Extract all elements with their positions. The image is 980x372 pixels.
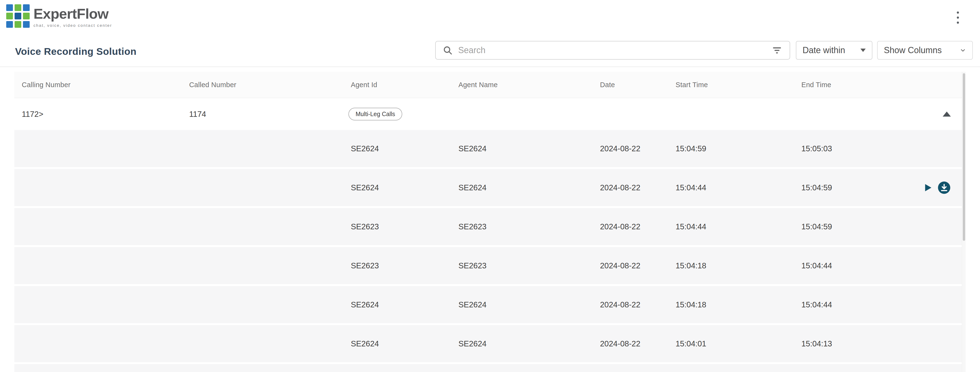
cell-start-time: 15:04:18 <box>668 261 794 270</box>
logo-tagline: chat, voice, video contact center <box>33 23 112 28</box>
cell-date: 2024-08-22 <box>593 222 668 231</box>
cell-date: 2024-08-22 <box>593 261 668 270</box>
search-icon <box>442 45 453 56</box>
cell-agent-name: SE2623 <box>451 261 593 270</box>
cell-agent-name: SE2623 <box>451 222 593 231</box>
call-record-row: SE2624 SE2624 2024-08-22 15:04:44 15:04:… <box>14 169 962 208</box>
collapse-row-icon[interactable] <box>943 112 951 117</box>
download-icon <box>937 181 951 195</box>
vertical-scrollbar-thumb[interactable] <box>963 73 965 241</box>
search-box <box>435 41 790 60</box>
cell-agent-id: SE2623 <box>344 222 451 231</box>
date-within-select[interactable]: Date within <box>796 41 872 60</box>
column-header-agent-id: Agent Id <box>344 81 451 89</box>
play-recording-button[interactable] <box>922 182 934 194</box>
cell-start-time: 15:04:18 <box>668 300 794 309</box>
column-header-called-number: Called Number <box>182 81 344 89</box>
cell-agent-name: SE2624 <box>451 300 593 309</box>
logo-wordmark: ExpertFlow <box>33 7 112 21</box>
row-actions <box>905 181 962 195</box>
call-record-row: SE2624 SE2624 2024-08-22 15:04:59 15:05:… <box>14 130 962 169</box>
call-record-row: SE2624 SE2624 2024-08-22 15:04:18 15:04:… <box>14 286 962 325</box>
cell-end-time: 15:04:13 <box>794 339 905 348</box>
call-record-row: SE2624 SE2624 2024-08-22 15:04:01 15:04:… <box>14 325 962 364</box>
filter-icon[interactable] <box>771 44 783 56</box>
cell-end-time: 15:04:44 <box>794 261 905 270</box>
table-body: SE2624 SE2624 2024-08-22 15:04:59 15:05:… <box>14 130 962 364</box>
page-title: Voice Recording Solution <box>15 37 137 66</box>
cell-agent-id: SE2624 <box>344 144 451 153</box>
cell-start-time: 15:04:01 <box>668 339 794 348</box>
cell-end-time: 15:04:59 <box>794 222 905 231</box>
table-header-row: Calling Number Called Number Agent Id Ag… <box>14 72 962 98</box>
download-recording-button[interactable] <box>937 181 951 195</box>
cell-end-time: 15:04:44 <box>794 300 905 309</box>
cell-date: 2024-08-22 <box>593 183 668 192</box>
cell-agent-name: SE2624 <box>451 183 593 192</box>
multi-leg-parent-row[interactable]: 1172> 1174 Multi-Leg Calls <box>14 98 962 130</box>
cell-start-time: 15:04:44 <box>668 222 794 231</box>
column-header-end-time: End Time <box>794 81 905 89</box>
cell-end-time: 15:04:59 <box>794 183 905 192</box>
multi-leg-calls-badge: Multi-Leg Calls <box>348 108 402 121</box>
chevron-down-icon <box>960 47 966 54</box>
cell-agent-id: SE2624 <box>344 339 451 348</box>
cell-date: 2024-08-22 <box>593 300 668 309</box>
cell-called-number: 1174 <box>182 110 344 119</box>
search-input[interactable] <box>458 45 766 56</box>
date-within-label: Date within <box>803 45 845 55</box>
expertflow-logo: ExpertFlow chat, voice, video contact ce… <box>6 4 112 28</box>
call-record-row: SE2623 SE2623 2024-08-22 15:04:18 15:04:… <box>14 247 962 286</box>
cell-agent-id: SE2624 <box>344 183 451 192</box>
app-header: ExpertFlow chat, voice, video contact ce… <box>0 0 980 37</box>
cell-agent-id: SE2623 <box>344 261 451 270</box>
logo-text-block: ExpertFlow chat, voice, video contact ce… <box>33 4 112 28</box>
cell-end-time: 15:05:03 <box>794 144 905 153</box>
table-row-partial <box>14 364 962 372</box>
logo-squares-icon <box>6 4 30 28</box>
cell-calling-number: 1172> <box>14 110 182 119</box>
column-header-calling-number: Calling Number <box>14 81 182 89</box>
column-header-date: Date <box>593 81 668 89</box>
cell-start-time: 15:04:59 <box>668 144 794 153</box>
toolbar: Voice Recording Solution Date within Sho… <box>0 37 980 67</box>
recordings-table: Calling Number Called Number Agent Id Ag… <box>14 72 962 372</box>
column-header-start-time: Start Time <box>668 81 794 89</box>
kebab-menu-icon[interactable] <box>955 10 960 25</box>
caret-down-icon <box>861 49 866 52</box>
cell-agent-name: SE2624 <box>451 339 593 348</box>
play-icon <box>922 182 934 194</box>
cell-agent-name: SE2624 <box>451 144 593 153</box>
call-record-row: SE2623 SE2623 2024-08-22 15:04:44 15:04:… <box>14 208 962 247</box>
cell-agent-id: SE2624 <box>344 300 451 309</box>
cell-date: 2024-08-22 <box>593 339 668 348</box>
vertical-scrollbar-track[interactable] <box>962 72 966 372</box>
cell-date: 2024-08-22 <box>593 144 668 153</box>
show-columns-label: Show Columns <box>884 45 942 55</box>
column-header-agent-name: Agent Name <box>451 81 593 89</box>
show-columns-button[interactable]: Show Columns <box>877 41 973 60</box>
cell-start-time: 15:04:44 <box>668 183 794 192</box>
